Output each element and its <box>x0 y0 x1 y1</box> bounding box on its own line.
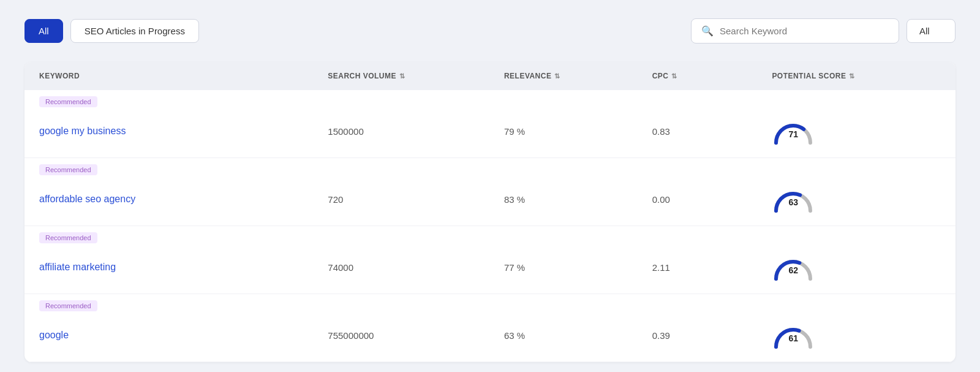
recommended-badge: Recommended <box>39 96 97 107</box>
score-cell: 71 <box>772 116 941 146</box>
cpc-cell: 2.11 <box>652 262 765 273</box>
search-volume-cell: 74000 <box>328 262 497 273</box>
table-row: affordable seo agency 720 83 % 0.00 63 <box>24 175 956 226</box>
col-potential-score[interactable]: POTENTIAL SCORE ⇅ <box>772 72 941 80</box>
gauge-label: 62 <box>789 265 799 275</box>
gauge: 61 <box>772 320 815 351</box>
cpc-cell: 0.39 <box>652 330 765 341</box>
keyword-group: Recommended google 755000000 63 % 0.39 6… <box>24 294 956 362</box>
table-header: KEYWORD SEARCH VOLUME ⇅ RELEVANCE ⇅ CPC … <box>24 62 956 90</box>
col-keyword: KEYWORD <box>39 72 320 80</box>
score-cell: 62 <box>772 252 941 283</box>
tab-all[interactable]: All <box>24 19 63 43</box>
sort-icon-potential: ⇅ <box>849 72 854 80</box>
sort-icon-volume: ⇅ <box>399 72 405 80</box>
keyword-table: KEYWORD SEARCH VOLUME ⇅ RELEVANCE ⇅ CPC … <box>24 62 956 362</box>
relevance-cell: 77 % <box>504 262 645 273</box>
table-body: Recommended google my business 1500000 7… <box>24 90 956 362</box>
score-cell: 61 <box>772 320 941 351</box>
recommended-badge: Recommended <box>39 232 97 243</box>
cpc-cell: 0.83 <box>652 126 765 137</box>
gauge: 71 <box>772 116 815 146</box>
search-volume-cell: 720 <box>328 194 497 205</box>
table-row: google 755000000 63 % 0.39 61 <box>24 311 956 362</box>
relevance-cell: 63 % <box>504 330 645 341</box>
gauge: 62 <box>772 252 815 283</box>
search-box: 🔍 <box>691 18 899 44</box>
keyword-group: Recommended affiliate marketing 74000 77… <box>24 226 956 294</box>
keyword-group: Recommended google my business 1500000 7… <box>24 90 956 158</box>
keyword-cell[interactable]: google my business <box>39 126 320 137</box>
gauge: 63 <box>772 184 815 214</box>
col-cpc[interactable]: CPC ⇅ <box>652 72 765 80</box>
score-cell: 63 <box>772 184 941 214</box>
gauge-label: 63 <box>789 197 799 207</box>
gauge-label: 71 <box>789 129 799 139</box>
recommended-badge: Recommended <box>39 164 97 175</box>
tab-seo-articles[interactable]: SEO Articles in Progress <box>70 19 199 43</box>
relevance-cell: 83 % <box>504 194 645 205</box>
search-volume-cell: 755000000 <box>328 330 497 341</box>
filter-dropdown[interactable]: All <box>907 19 956 43</box>
col-relevance[interactable]: RELEVANCE ⇅ <box>504 72 645 80</box>
table-row: google my business 1500000 79 % 0.83 71 <box>24 107 956 158</box>
col-search-volume[interactable]: SEARCH VOLUME ⇅ <box>328 72 497 80</box>
search-input[interactable] <box>720 26 889 36</box>
sort-icon-cpc: ⇅ <box>671 72 677 80</box>
relevance-cell: 79 % <box>504 126 645 137</box>
sort-icon-relevance: ⇅ <box>554 72 560 80</box>
keyword-group: Recommended affordable seo agency 720 83… <box>24 158 956 226</box>
search-icon: 🔍 <box>701 25 714 37</box>
top-bar: All SEO Articles in Progress 🔍 All <box>24 18 956 44</box>
keyword-cell[interactable]: google <box>39 330 320 341</box>
keyword-cell[interactable]: affiliate marketing <box>39 262 320 273</box>
search-volume-cell: 1500000 <box>328 126 497 137</box>
keyword-cell[interactable]: affordable seo agency <box>39 194 320 205</box>
gauge-label: 61 <box>789 333 799 343</box>
recommended-badge: Recommended <box>39 300 97 311</box>
table-row: affiliate marketing 74000 77 % 2.11 62 <box>24 243 956 294</box>
cpc-cell: 0.00 <box>652 194 765 205</box>
